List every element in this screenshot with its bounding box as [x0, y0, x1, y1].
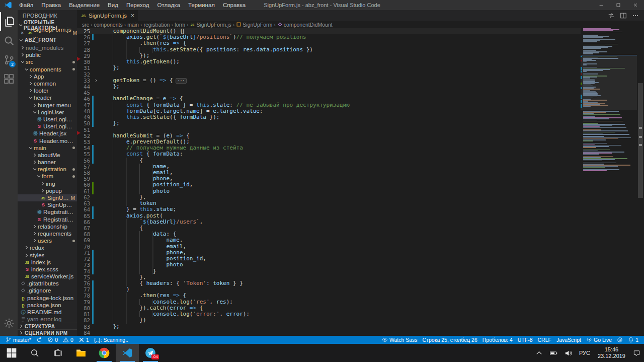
code-line-72[interactable]: 72 position_id,: [77, 256, 581, 262]
breadcrumb-form[interactable]: form: [175, 22, 185, 28]
taskbar-start[interactable]: [0, 344, 23, 362]
tree-item-form[interactable]: form: [18, 173, 77, 180]
code-line-63[interactable]: 63 token: [77, 200, 581, 206]
code-line-50[interactable]: 50 };: [77, 120, 581, 126]
minimap[interactable]: [581, 28, 637, 336]
breadcrumb-registration[interactable]: registration: [143, 22, 170, 28]
tab-signupform[interactable]: JS SignUpForm.js ×: [77, 10, 138, 21]
taskbar-chrome[interactable]: [93, 344, 116, 362]
menu-Правка[interactable]: Правка: [37, 0, 65, 10]
breadcrumb-SignUpForm[interactable]: SignUpForm: [236, 22, 272, 28]
code-line-57[interactable]: 57 name,: [77, 164, 581, 170]
status-строка-25-столбец-26[interactable]: Строка 25, столбец 26: [420, 336, 480, 344]
tree-item-serviceWorkerjs[interactable]: JSserviceWorker.js: [18, 273, 77, 280]
breadcrumb-componentDidMount[interactable]: componentDidMount: [277, 22, 333, 28]
activitybar-extensions[interactable]: [0, 69, 18, 89]
menu-Справка[interactable]: Справка: [219, 0, 250, 10]
maximize-button[interactable]: [610, 0, 627, 10]
code-line-67[interactable]: 67 {: [77, 225, 581, 231]
code-line-64[interactable]: 64 } = this.state;: [77, 206, 581, 212]
tree-item-gitattributes[interactable]: .gitattributes: [18, 280, 77, 287]
fold-chevron-icon[interactable]: [94, 78, 100, 84]
menu-Выделение[interactable]: Выделение: [65, 0, 104, 10]
tree-item-img[interactable]: img: [18, 180, 77, 187]
section-СТРУКТУРА[interactable]: СТРУКТУРА: [18, 323, 77, 329]
tree-item-components[interactable]: components: [18, 66, 77, 73]
tree-item-indexscss[interactable]: Sindex.scss: [18, 266, 77, 273]
section-СЦЕНАРИИ NPM[interactable]: СЦЕНАРИИ NPM: [18, 329, 77, 336]
activitybar-search[interactable]: [0, 31, 18, 50]
status-master-[interactable]: master*: [3, 336, 34, 344]
code-line-54[interactable]: 54 // получаем нужные данные из стейта: [77, 145, 581, 151]
code-line-53[interactable]: 53 e.preventDefault();: [77, 139, 581, 145]
tree-item-relationship[interactable]: relationship: [18, 223, 77, 230]
code-line-47[interactable]: 47 const { formData } = this.state; // н…: [77, 102, 581, 108]
battery-icon[interactable]: [546, 344, 561, 362]
tree-item-SignUpFormmo[interactable]: SSignUpForm.mo...: [18, 201, 77, 208]
tree-item-Registrationmodu[interactable]: SRegistration.modu...: [18, 215, 77, 223]
code-line-81[interactable]: 81 console.log('error:', error);: [77, 311, 581, 317]
code-line-82[interactable]: 82 }): [77, 317, 581, 323]
code-line-29[interactable]: 29 });: [77, 53, 581, 59]
more-actions-icon[interactable]: [632, 12, 639, 19]
code-line-33[interactable]: 33 getToken = () => {···: [77, 78, 581, 84]
taskbar-telegram[interactable]: .04: [139, 344, 162, 362]
status-smiley[interactable]: [614, 336, 625, 344]
close-editor-icon[interactable]: ×: [21, 30, 26, 36]
code-line-25[interactable]: 25 componentDidMount() {: [77, 28, 581, 34]
tree-item-redux[interactable]: redux: [18, 244, 77, 251]
code-line-83[interactable]: 83 };: [77, 324, 581, 330]
tree-item-packagejson[interactable]: {}package.json: [18, 302, 77, 309]
tree-item-App[interactable]: App: [18, 73, 77, 80]
code-line-27[interactable]: 27 .then(res => {: [77, 40, 581, 46]
code-line-48[interactable]: 48 formData[e.target.name] = e.target.va…: [77, 108, 581, 114]
code-line-74[interactable]: 74 }: [77, 268, 581, 274]
activitybar-source-control[interactable]: 2: [0, 50, 18, 69]
menu-Переход[interactable]: Переход: [122, 0, 153, 10]
breadcrumb-SignUpForm.js[interactable]: JSSignUpForm.js: [190, 22, 231, 28]
code-line-60[interactable]: 60 position_id,: [77, 182, 581, 188]
status-1[interactable]: 1: [76, 336, 92, 344]
code-line-84[interactable]: 84: [77, 330, 581, 336]
code-line-73[interactable]: 73 photo: [77, 262, 581, 268]
tree-item-UserLoginjsx[interactable]: UserLogin.jsx: [18, 116, 77, 123]
status-0[interactable]: 0: [45, 336, 60, 344]
taskbar-task-view[interactable]: [46, 344, 69, 362]
breadcrumb-components[interactable]: components: [94, 22, 123, 28]
tree-item-footer[interactable]: footer: [18, 87, 77, 94]
code-line-79[interactable]: 79 console.log('res', res);: [77, 299, 581, 305]
menu-Отладка[interactable]: Отладка: [153, 0, 184, 10]
tree-item-banner[interactable]: banner: [18, 159, 77, 166]
code-line-65[interactable]: 65 axios.post(: [77, 213, 581, 219]
code-line-26[interactable]: 26 axios.get(`${baseUrl}/positions`)// п…: [77, 34, 581, 40]
code-line-31[interactable]: 31 };: [77, 65, 581, 71]
code-line-59[interactable]: 59 phone,: [77, 176, 581, 182]
status-crlf[interactable]: CRLF: [535, 336, 554, 344]
scrollbar-thumb[interactable]: [638, 83, 643, 198]
tree-item-UserLoginmodule[interactable]: SUserLogin.module...: [18, 123, 77, 130]
code-line-80[interactable]: 80 }).catch(error => {: [77, 305, 581, 311]
code-line-52[interactable]: 52 handleSubmit = (e) => {: [77, 133, 581, 139]
tree-item-burger-menu[interactable]: burger-menu: [18, 101, 77, 108]
tree-item-popup[interactable]: popup: [18, 187, 77, 194]
code-area[interactable]: 25 componentDidMount() {26 axios.get(`${…: [77, 28, 581, 336]
tree-item-SignUpFor[interactable]: JSSignUpFor...M: [18, 194, 77, 201]
status-go-live[interactable]: Go Live: [584, 336, 614, 344]
tree-item-registration[interactable]: registration: [18, 166, 77, 173]
open-editor-item[interactable]: ×JSSignUpForm.js ...M: [18, 29, 77, 36]
tree-item-common[interactable]: common: [18, 80, 77, 87]
status-sync[interactable]: [34, 336, 45, 344]
tree-item-aboutMe[interactable]: aboutMe: [18, 152, 77, 159]
code-line-66[interactable]: 66 `${baseUrl}/users`,: [77, 219, 581, 225]
code-line-68[interactable]: 68 data: {: [77, 231, 581, 237]
status-пробелов-4[interactable]: Пробелов: 4: [480, 336, 515, 344]
code-line-76[interactable]: 76 { headers: { 'Token': token } }: [77, 280, 581, 286]
minimize-button[interactable]: [593, 0, 610, 10]
code-line-56[interactable]: 56 {: [77, 158, 581, 164]
code-line-69[interactable]: 69 name,: [77, 237, 581, 243]
breadcrumb-main[interactable]: main: [127, 22, 139, 28]
breadcrumb-src[interactable]: src: [82, 22, 89, 28]
tree-item-node_modules[interactable]: node_modules: [18, 44, 77, 51]
code-line-28[interactable]: 28 this.setState({ positions: res.data.p…: [77, 47, 581, 53]
tray-chevron-up-icon[interactable]: [532, 344, 546, 362]
